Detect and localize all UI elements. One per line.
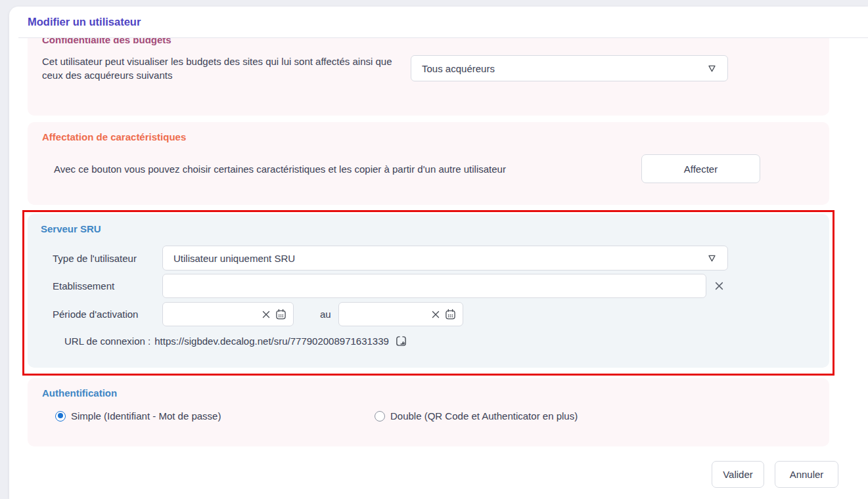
calendar-icon[interactable] — [275, 309, 286, 320]
clear-icon[interactable] — [431, 310, 440, 319]
copy-icon[interactable] — [395, 335, 407, 347]
etablissement-row: Etablissement — [53, 274, 829, 298]
modal-modifier-utilisateur: Modifier un utilisateur Confidentialité … — [9, 7, 868, 499]
budgets-description: Cet utilisateur peut visualiser les budg… — [42, 54, 411, 82]
authentification-options: Simple (Identifiant - Mot de passe) Doub… — [55, 410, 829, 422]
periode-to-datebox[interactable] — [338, 302, 463, 326]
periode-activation-row: Période d'activation — [53, 302, 829, 326]
radio-option-simple[interactable]: Simple (Identifiant - Mot de passe) — [55, 410, 375, 422]
caracteristiques-description: Avec ce bouton vous pouvez choisir certa… — [42, 162, 641, 176]
sru-heading: Serveur SRU — [41, 223, 829, 234]
url-connexion-value: https://sigbdev.decalog.net/sru/77790200… — [154, 336, 389, 347]
url-connexion-row: URL de connexion : https://sigbdev.decal… — [64, 335, 829, 347]
radio-simple-label: Simple (Identifiant - Mot de passe) — [71, 410, 221, 422]
section-authentification: Authentification Simple (Identifiant - M… — [28, 378, 829, 446]
annuler-button[interactable]: Annuler — [775, 461, 838, 488]
clear-icon[interactable] — [714, 281, 724, 291]
clear-icon[interactable] — [262, 310, 271, 319]
periode-from-datebox[interactable] — [162, 302, 294, 326]
type-utilisateur-select-value: Utilisateur uniquement SRU — [173, 253, 295, 264]
section-confidentialite-budgets: Confidentialité des budgets Cet utilisat… — [28, 38, 829, 116]
periode-from-input[interactable] — [171, 309, 262, 320]
valider-button[interactable]: Valider — [712, 461, 764, 488]
caracteristiques-heading: Affectation de caractéristiques — [42, 131, 829, 142]
url-connexion-label: URL de connexion : — [64, 336, 150, 347]
radio-option-double[interactable]: Double (QR Code et Authenticator en plus… — [375, 410, 578, 422]
authentification-heading: Authentification — [42, 387, 829, 399]
form-content: Confidentialité des budgets Cet utilisat… — [28, 38, 868, 488]
budgets-row: Cet utilisateur peut visualiser les budg… — [42, 54, 813, 82]
acquereurs-select-value: Tous acquéreurs — [422, 63, 495, 74]
budgets-heading: Confidentialité des budgets — [42, 38, 813, 45]
radio-checked-icon[interactable] — [55, 411, 66, 422]
etablissement-label: Etablissement — [53, 280, 162, 292]
section-affectation-caracteristiques: Affectation de caractéristiques Avec ce … — [28, 122, 829, 205]
periode-activation-label: Période d'activation — [53, 309, 162, 320]
calendar-icon[interactable] — [445, 309, 456, 320]
section-serveur-sru: Serveur SRU Type de l'utilisateur Utilis… — [28, 214, 829, 368]
radio-unchecked-icon[interactable] — [375, 411, 385, 422]
radio-double-label: Double (QR Code et Authenticator en plus… — [390, 410, 578, 422]
affecter-button[interactable]: Affecter — [641, 154, 760, 183]
periode-separator: au — [320, 309, 331, 320]
acquereurs-select[interactable]: Tous acquéreurs — [411, 55, 728, 81]
chevron-down-icon — [707, 253, 717, 263]
etablissement-input[interactable] — [162, 274, 706, 298]
caracteristiques-row: Avec ce bouton vous pouvez choisir certa… — [42, 154, 829, 183]
sru-rows: Type de l'utilisateur Utilisateur unique… — [53, 246, 829, 347]
type-utilisateur-label: Type de l'utilisateur — [53, 253, 162, 264]
page-title: Modifier un utilisateur — [28, 16, 868, 27]
chevron-down-icon — [707, 64, 717, 74]
type-utilisateur-row: Type de l'utilisateur Utilisateur unique… — [53, 246, 829, 271]
footer-actions: Valider Annuler — [28, 461, 829, 488]
type-utilisateur-select[interactable]: Utilisateur uniquement SRU — [162, 246, 728, 271]
periode-to-input[interactable] — [347, 309, 431, 320]
page-background: Modifier un utilisateur Confidentialité … — [0, 0, 868, 499]
